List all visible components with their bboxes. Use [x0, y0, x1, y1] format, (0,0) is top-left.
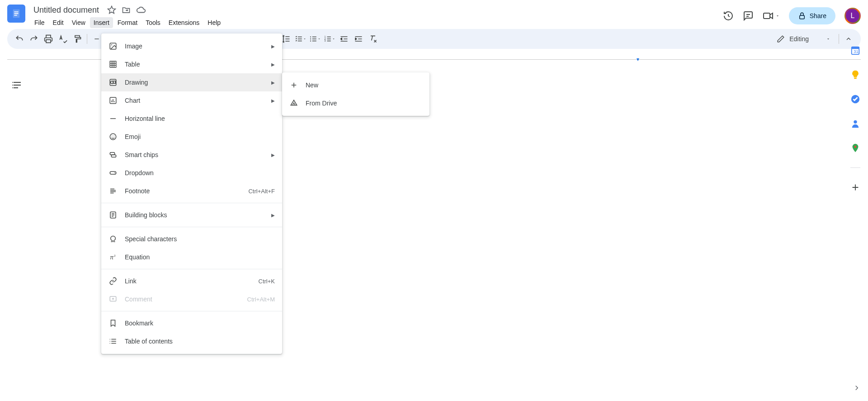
undo-button[interactable] [13, 32, 26, 46]
svg-point-14 [12, 82, 13, 83]
menu-tools[interactable]: Tools [142, 17, 164, 28]
insert-smart-chips-item[interactable]: Smart chips▶ [101, 146, 282, 164]
svg-point-42 [854, 120, 857, 124]
cloud-status-icon[interactable] [136, 5, 146, 15]
menu-separator [101, 269, 282, 269]
svg-point-10 [310, 40, 311, 41]
svg-rect-4 [764, 13, 770, 19]
menu-help[interactable]: Help [204, 17, 224, 28]
svg-rect-5 [799, 15, 804, 19]
separator [87, 34, 87, 44]
share-button[interactable]: Share [789, 7, 835, 24]
menu-extensions[interactable]: Extensions [165, 17, 203, 28]
link-icon [108, 277, 118, 285]
contacts-icon[interactable] [850, 119, 860, 129]
drive-icon [289, 99, 298, 107]
menu-view[interactable]: View [68, 17, 89, 28]
header: Untitled document File Edit View Insert … [0, 0, 868, 27]
add-on-button[interactable] [850, 182, 860, 192]
svg-point-8 [310, 36, 311, 37]
drawing-new-item[interactable]: New [282, 76, 429, 94]
insert-emoji-item[interactable]: Emoji [101, 128, 282, 146]
insert-bookmark-item[interactable]: Bookmark [101, 314, 282, 332]
svg-rect-29 [110, 172, 116, 174]
star-icon[interactable] [107, 5, 116, 14]
decrease-indent-button[interactable] [337, 32, 351, 46]
menu-insert[interactable]: Insert [90, 17, 113, 28]
insert-table-item[interactable]: Table▶ [101, 55, 282, 73]
side-panel: 31 [843, 37, 868, 192]
bulleted-list-button[interactable] [308, 32, 322, 46]
insert-dropdown-item[interactable]: Dropdown [101, 164, 282, 182]
insert-image-item[interactable]: Image▶ [101, 37, 282, 55]
chevron-right-icon: ▶ [271, 153, 275, 158]
svg-rect-3 [14, 15, 17, 16]
insert-toc-item[interactable]: Table of contents [101, 332, 282, 350]
title-area: Untitled document File Edit View Insert … [31, 4, 723, 28]
svg-rect-38 [852, 47, 859, 49]
pencil-icon [777, 35, 785, 43]
menu-bar: File Edit View Insert Format Tools Exten… [31, 17, 723, 28]
chevron-right-icon: ▶ [271, 80, 275, 85]
lock-icon [798, 12, 806, 20]
insert-footnote-item[interactable]: FootnoteCtrl+Alt+F [101, 182, 282, 200]
menu-format[interactable]: Format [114, 17, 141, 28]
document-title[interactable]: Untitled document [31, 5, 102, 16]
insert-equation-item[interactable]: π2Equation [101, 248, 282, 266]
meet-button[interactable] [763, 10, 780, 21]
numbered-list-button[interactable]: 123 [323, 32, 336, 46]
docs-file-icon [11, 7, 21, 20]
docs-logo[interactable] [7, 5, 25, 23]
keep-icon[interactable] [850, 70, 860, 80]
svg-rect-28 [111, 155, 116, 157]
svg-rect-27 [110, 153, 115, 155]
increase-indent-button[interactable] [352, 32, 365, 46]
separator [839, 34, 839, 44]
insert-horizontal-line-item[interactable]: Horizontal line [101, 110, 282, 128]
tasks-icon[interactable] [850, 94, 860, 104]
print-button[interactable] [42, 32, 55, 46]
maps-icon[interactable] [850, 143, 860, 153]
svg-point-15 [12, 85, 13, 86]
svg-text:31: 31 [854, 49, 858, 54]
chevron-right-icon: ▶ [271, 213, 275, 218]
chart-icon [108, 96, 118, 105]
paint-format-button[interactable] [71, 32, 84, 46]
menu-edit[interactable]: Edit [49, 17, 67, 28]
menu-file[interactable]: File [31, 17, 48, 28]
comment-icon [108, 295, 118, 303]
ruler-marker-icon[interactable]: ▾ [637, 56, 639, 62]
svg-rect-2 [14, 13, 18, 14]
svg-rect-40 [854, 77, 857, 79]
insert-link-item[interactable]: LinkCtrl+K [101, 272, 282, 290]
bookmark-icon [108, 319, 118, 327]
insert-chart-item[interactable]: Chart▶ [101, 91, 282, 110]
comments-icon[interactable] [743, 10, 754, 21]
insert-building-blocks-item[interactable]: Building blocks▶ [101, 206, 282, 224]
account-avatar[interactable]: L [844, 8, 861, 24]
editing-mode-label: Editing [789, 35, 809, 43]
emoji-icon [108, 133, 118, 141]
svg-point-18 [111, 44, 112, 45]
insert-menu-dropdown: Image▶ Table▶ Drawing▶ Chart▶ Horizontal… [101, 33, 282, 354]
spellcheck-button[interactable] [56, 32, 70, 46]
side-panel-toggle-button[interactable] [853, 384, 861, 392]
redo-button[interactable] [27, 32, 41, 46]
calendar-icon[interactable]: 31 [850, 45, 860, 55]
svg-point-26 [114, 136, 115, 137]
outline-toggle-button[interactable] [12, 80, 23, 91]
svg-rect-19 [110, 61, 116, 67]
history-icon[interactable] [723, 10, 734, 21]
chevron-down-icon [826, 37, 830, 41]
svg-text:3: 3 [325, 39, 326, 42]
menu-separator [101, 203, 282, 203]
insert-special-characters-item[interactable]: Special characters [101, 230, 282, 248]
drawing-from-drive-item[interactable]: From Drive [282, 94, 429, 112]
editing-mode-button[interactable]: Editing [771, 32, 836, 46]
move-icon[interactable] [122, 5, 131, 14]
chips-icon [108, 151, 118, 159]
clear-formatting-button[interactable] [366, 32, 380, 46]
svg-point-24 [110, 134, 116, 140]
checklist-button[interactable] [294, 32, 307, 46]
insert-drawing-item[interactable]: Drawing▶ [101, 73, 282, 91]
